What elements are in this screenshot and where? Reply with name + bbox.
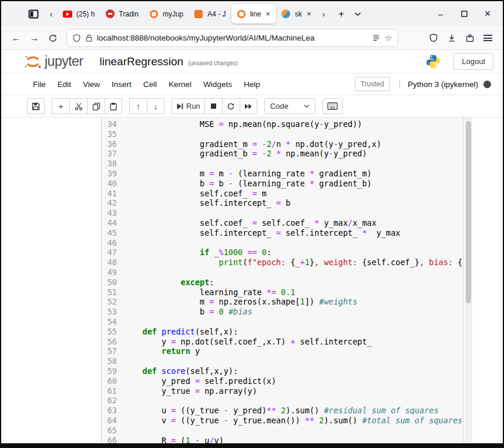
code-line[interactable]: 37 gradient_b = -2 * np.mean(y-y_pred) bbox=[102, 149, 463, 159]
code-line[interactable]: 40 b = b - (learning_rate * gradient_b) bbox=[102, 179, 463, 189]
code-line[interactable]: 36 gradient_m = -2/n * np.dot(y-y_pred,x… bbox=[102, 139, 463, 149]
tab-linear-regression-active[interactable]: line × bbox=[231, 4, 276, 24]
firefox-view-button[interactable] bbox=[25, 5, 42, 23]
tab-tradingview[interactable]: Tradin bbox=[100, 4, 144, 24]
code-line[interactable]: 34 MSE = np.mean(np.square(y-y_pred)) bbox=[102, 119, 463, 129]
scrollbar[interactable] bbox=[465, 118, 472, 443]
code-line[interactable]: 47 if _%1000 == 0: bbox=[102, 248, 463, 258]
notebook-title[interactable]: linearRegression bbox=[100, 55, 184, 68]
bookmark-star-icon[interactable]: ☆ bbox=[385, 33, 392, 44]
code-line[interactable]: 52 m = np.zeros(x.shape[1]) #weights bbox=[102, 297, 463, 307]
code-line[interactable]: 42 self.intercept_ = b bbox=[102, 198, 463, 208]
tab-close-icon[interactable]: × bbox=[265, 9, 271, 18]
code-line[interactable]: 60 y_pred = self.predict(x) bbox=[102, 376, 463, 386]
code-line[interactable]: 56 y = np.dot(self.coef_,x.T) + self.int… bbox=[102, 337, 463, 347]
interrupt-kernel-button[interactable] bbox=[204, 98, 222, 114]
code-line[interactable]: 41 self.coef_ = m bbox=[102, 189, 463, 199]
menu-cell[interactable]: Cell bbox=[137, 76, 163, 92]
line-number: 54 bbox=[102, 317, 117, 327]
code-line[interactable]: 38 bbox=[102, 159, 463, 169]
code-line[interactable]: 35 bbox=[102, 129, 463, 139]
line-number: 43 bbox=[102, 208, 117, 218]
code-line[interactable]: 57 return y bbox=[102, 346, 463, 356]
cell-type-value: Code bbox=[270, 102, 288, 111]
code-line[interactable]: 53 b = 0 #bias bbox=[102, 307, 463, 317]
cut-cell-button[interactable] bbox=[69, 98, 87, 114]
menu-view[interactable]: View bbox=[77, 76, 106, 92]
downloads-button[interactable] bbox=[442, 29, 461, 47]
code-line[interactable]: 58 bbox=[102, 356, 463, 366]
add-cell-button[interactable]: + bbox=[52, 98, 69, 114]
tracking-protection-shield-icon[interactable] bbox=[72, 34, 81, 43]
tab-sklearn[interactable]: sklea × bbox=[276, 4, 317, 24]
code-line[interactable]: 62 bbox=[102, 396, 463, 406]
code-line[interactable]: 39 m = m - (learning_rate * gradient_m) bbox=[102, 169, 463, 179]
code-line[interactable]: 45 self.intercept_ = self.intercept_ * y… bbox=[102, 228, 463, 238]
notebook-area[interactable]: 34 MSE = np.mean(np.square(y-y_pred))353… bbox=[1, 118, 503, 443]
fast-forward-icon bbox=[244, 103, 253, 110]
extensions-button[interactable] bbox=[461, 29, 479, 47]
save-button[interactable] bbox=[27, 98, 45, 114]
reload-button[interactable] bbox=[43, 29, 62, 47]
code-line[interactable]: 54 bbox=[102, 317, 463, 327]
cell-type-dropdown[interactable]: Code bbox=[264, 98, 315, 114]
code-line[interactable]: 46 bbox=[102, 238, 463, 248]
close-window-button[interactable]: × bbox=[476, 1, 499, 26]
menu-help[interactable]: Help bbox=[238, 76, 266, 92]
run-button[interactable]: Run bbox=[172, 98, 204, 114]
restart-kernel-button[interactable] bbox=[222, 98, 240, 114]
code-line[interactable]: 49 bbox=[102, 268, 463, 278]
tab-myjupyter[interactable]: myJup bbox=[144, 4, 189, 24]
code-cell-input[interactable]: 34 MSE = np.mean(np.square(y-y_pred))353… bbox=[101, 118, 463, 443]
code-editor[interactable]: 34 MSE = np.mean(np.square(y-y_pred))353… bbox=[102, 119, 463, 443]
move-cell-up-button[interactable]: ↑ bbox=[129, 98, 147, 114]
protections-shield-icon[interactable] bbox=[424, 29, 442, 47]
new-tab-button[interactable]: + bbox=[334, 6, 349, 22]
reader-view-icon[interactable] bbox=[372, 34, 381, 42]
command-palette-button[interactable] bbox=[322, 98, 342, 114]
list-all-tabs-button[interactable] bbox=[350, 6, 365, 22]
maximize-button[interactable] bbox=[452, 1, 476, 26]
tab-a4-notebook[interactable]: A4 - J bbox=[189, 4, 231, 24]
code-line[interactable]: 64 v = ((y_true - y_true.mean()) ** 2).s… bbox=[102, 416, 463, 426]
menu-widgets[interactable]: Widgets bbox=[197, 76, 238, 92]
line-number: 40 bbox=[102, 179, 117, 189]
scroll-tabs-left-button[interactable]: ‹ bbox=[45, 5, 58, 23]
code-line[interactable]: 63 u = ((y_true - y_pred)** 2).sum() #re… bbox=[102, 406, 463, 416]
jupyter-logo[interactable]: jupyter bbox=[23, 54, 83, 70]
code-line[interactable]: 50 except: bbox=[102, 278, 463, 287]
tab-close-icon[interactable]: × bbox=[306, 9, 312, 18]
address-bar[interactable]: localhost:8888/notebooks/myJupyterWorld/… bbox=[66, 29, 398, 47]
minimize-button[interactable]: – bbox=[429, 1, 452, 26]
forward-button[interactable]: → bbox=[25, 29, 43, 47]
menu-button[interactable] bbox=[479, 29, 497, 47]
scroll-tabs-right-button[interactable]: › bbox=[317, 5, 330, 23]
logout-button[interactable]: Logout bbox=[453, 53, 493, 70]
back-button[interactable]: ← bbox=[7, 29, 25, 47]
code-line[interactable]: 55 def predict(self,x): bbox=[102, 327, 463, 337]
code-line[interactable]: 66 R = (1 - u/v) bbox=[102, 436, 463, 444]
url-text[interactable]: localhost:8888/notebooks/myJupyterWorld/… bbox=[97, 34, 368, 42]
code-line[interactable]: 61 y_true = np.array(y) bbox=[102, 386, 463, 396]
code-line[interactable]: 65 bbox=[102, 426, 463, 436]
code-line[interactable]: 59 def score(self,x,y): bbox=[102, 366, 463, 376]
scrollbar-thumb[interactable] bbox=[466, 121, 471, 303]
copy-cell-button[interactable] bbox=[87, 98, 105, 114]
menu-kernel[interactable]: Kernel bbox=[163, 76, 197, 92]
tab-youtube[interactable]: (25) h bbox=[58, 4, 100, 24]
paste-cell-button[interactable] bbox=[105, 98, 122, 114]
line-number: 60 bbox=[102, 376, 117, 386]
menu-insert[interactable]: Insert bbox=[106, 76, 137, 92]
tab-label: myJup bbox=[163, 10, 183, 18]
line-number: 39 bbox=[102, 169, 117, 179]
restart-run-all-button[interactable] bbox=[240, 98, 257, 114]
code-line[interactable]: 51 learning_rate *= 0.1 bbox=[102, 287, 463, 297]
code-line[interactable]: 48 print(f"epoch: {_+1}, weight: {self.c… bbox=[102, 258, 463, 268]
menu-edit[interactable]: Edit bbox=[52, 76, 77, 92]
code-line[interactable]: 43 bbox=[102, 208, 463, 218]
code-line[interactable]: 44 self.coef_ = self.coef_ * y_max/x_max bbox=[102, 218, 463, 228]
menu-file[interactable]: File bbox=[27, 76, 52, 92]
move-cell-down-button[interactable]: ↓ bbox=[147, 98, 164, 114]
lock-icon[interactable] bbox=[85, 34, 93, 42]
tradingview-favicon bbox=[105, 9, 115, 19]
